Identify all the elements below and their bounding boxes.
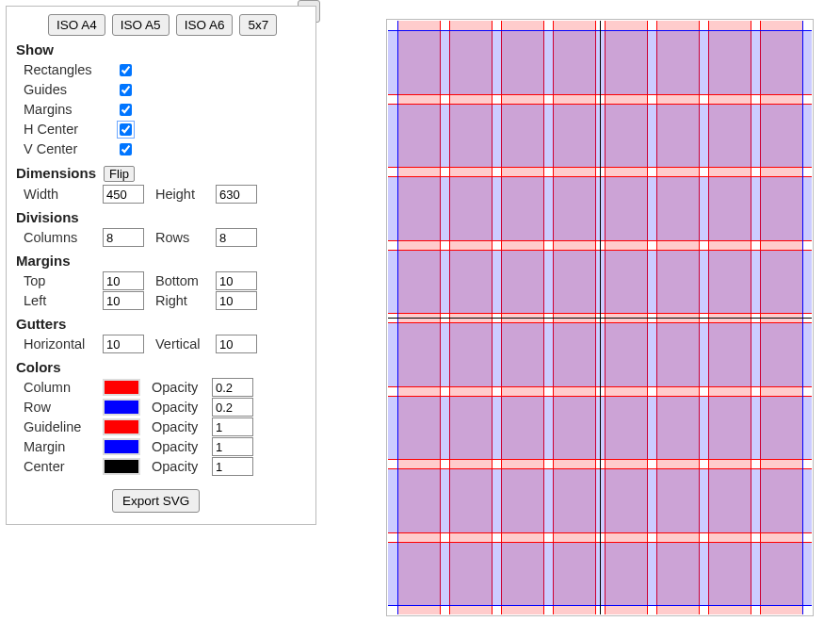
guides-label: Guides (24, 82, 103, 97)
flip-button[interactable]: Flip (104, 166, 135, 182)
margins-show-label: Margins (24, 102, 103, 117)
preset-5x7-button[interactable]: 5x7 (239, 14, 277, 36)
guideline-opacity-input[interactable] (212, 417, 253, 436)
center-color-label: Center (24, 459, 103, 474)
rows-label: Rows (155, 230, 216, 245)
margin-opacity-input[interactable] (212, 437, 253, 456)
preset-iso-a5-button[interactable]: ISO A5 (112, 14, 170, 36)
section-divisions-heading: Divisions (16, 209, 306, 225)
hcenter-label: H Center (24, 122, 103, 137)
center-opacity-input[interactable] (212, 457, 253, 476)
columns-input[interactable] (103, 228, 144, 247)
column-opacity-input[interactable] (212, 378, 253, 397)
height-label: Height (155, 187, 216, 202)
margin-color-label: Margin (24, 439, 103, 454)
preset-row: ISO A4 ISO A5 ISO A6 5x7 (48, 14, 306, 36)
hcenter-checkbox[interactable] (120, 123, 132, 136)
preset-iso-a6-button[interactable]: ISO A6 (176, 14, 234, 36)
column-color-swatch[interactable] (103, 379, 140, 396)
row-opacity-label: Opacity (152, 400, 212, 415)
export-svg-button[interactable]: Export SVG (112, 489, 200, 513)
grid-preview (388, 21, 812, 614)
margin-opacity-label: Opacity (152, 439, 212, 454)
width-input[interactable] (103, 185, 144, 204)
section-show-heading: Show (16, 41, 306, 57)
gutter-vertical-label: Vertical (155, 336, 216, 352)
guides-checkbox[interactable] (120, 84, 132, 96)
rectangles-checkbox[interactable] (120, 64, 132, 76)
row-color-swatch[interactable] (103, 399, 140, 416)
section-dimensions-heading: Dimensions (16, 165, 96, 181)
row-opacity-input[interactable] (212, 398, 253, 417)
margin-bottom-label: Bottom (155, 273, 216, 288)
guideline-opacity-label: Opacity (152, 419, 212, 434)
width-label: Width (24, 187, 103, 202)
columns-label: Columns (24, 230, 103, 245)
margin-color-swatch[interactable] (103, 438, 140, 455)
gutter-horizontal-label: Horizontal (24, 336, 103, 352)
rectangles-label: Rectangles (24, 62, 103, 77)
margin-bottom-input[interactable] (216, 271, 257, 290)
preview-container (386, 19, 814, 616)
section-gutters-heading: Gutters (16, 316, 306, 332)
guideline-color-label: Guideline (24, 419, 103, 434)
section-colors-heading: Colors (16, 359, 306, 375)
gutter-horizontal-input[interactable] (103, 335, 144, 353)
vcenter-label: V Center (24, 141, 103, 156)
margin-left-label: Left (24, 293, 103, 308)
rows-input[interactable] (216, 228, 257, 247)
section-margins-heading: Margins (16, 253, 306, 269)
margin-right-input[interactable] (216, 291, 257, 310)
margin-right-label: Right (155, 293, 216, 308)
center-opacity-label: Opacity (152, 459, 212, 474)
margin-top-label: Top (24, 273, 103, 288)
settings-panel: ISO A4 ISO A5 ISO A6 5x7 Show Rectangles… (6, 6, 316, 525)
preset-iso-a4-button[interactable]: ISO A4 (48, 14, 105, 36)
margin-top-input[interactable] (103, 271, 144, 290)
row-color-label: Row (24, 400, 103, 415)
margin-left-input[interactable] (103, 291, 144, 310)
center-color-swatch[interactable] (103, 458, 140, 475)
margins-checkbox[interactable] (120, 104, 132, 116)
vcenter-checkbox[interactable] (120, 143, 132, 155)
column-opacity-label: Opacity (152, 380, 212, 395)
height-input[interactable] (216, 185, 257, 204)
guideline-color-swatch[interactable] (103, 418, 140, 435)
column-color-label: Column (24, 380, 103, 395)
gutter-vertical-input[interactable] (216, 335, 257, 353)
